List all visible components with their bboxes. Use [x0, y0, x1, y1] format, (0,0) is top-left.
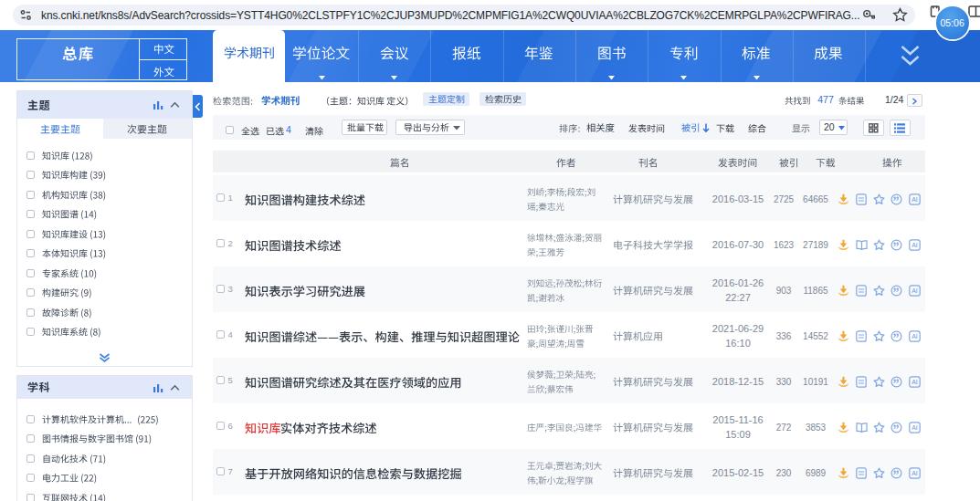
svg-text:AI: AI: [912, 470, 918, 476]
svg-text:AI: AI: [912, 242, 918, 248]
svg-text:AI: AI: [912, 424, 918, 431]
svg-text:AI: AI: [912, 333, 918, 339]
svg-text:AI: AI: [912, 379, 918, 385]
svg-text:AI: AI: [912, 196, 918, 203]
svg-text:AI: AI: [912, 287, 918, 294]
